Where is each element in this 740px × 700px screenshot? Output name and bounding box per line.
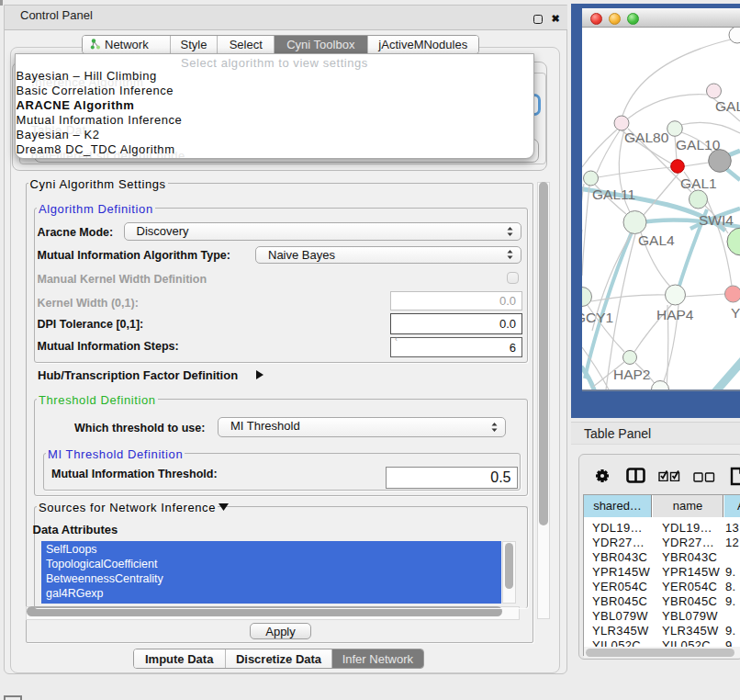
svg-text:GAL10: GAL10 [676, 137, 721, 152]
svg-text:GAL: GAL [715, 98, 740, 114]
svg-text:Y: Y [731, 305, 740, 321]
svg-text:GCY1: GCY1 [582, 310, 613, 325]
svg-text:GAL1: GAL1 [680, 175, 717, 191]
svg-text:GAL11: GAL11 [592, 186, 635, 202]
svg-text:SWI4: SWI4 [699, 212, 734, 228]
svg-text:HAP2: HAP2 [613, 367, 651, 382]
svg-text:GAL80: GAL80 [624, 130, 669, 145]
svg-text:GAL4: GAL4 [638, 232, 675, 248]
svg-text:HAP4: HAP4 [656, 307, 694, 322]
